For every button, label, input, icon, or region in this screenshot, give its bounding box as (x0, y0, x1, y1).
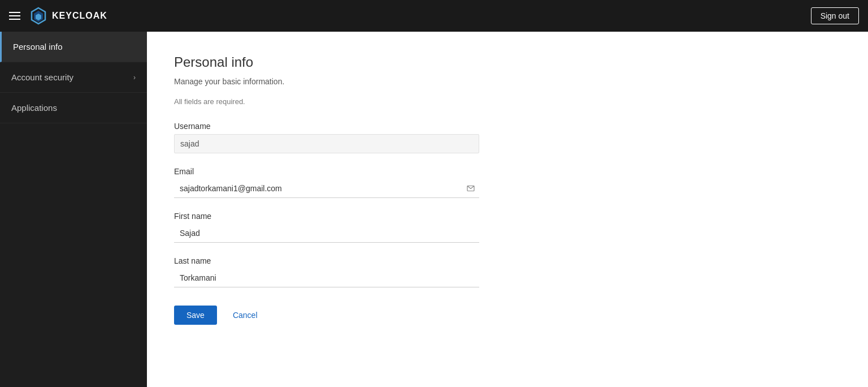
email-input[interactable] (174, 179, 479, 198)
logo-text: KEYCLOAK (52, 11, 107, 21)
firstname-label: First name (174, 212, 841, 221)
chevron-right-icon: › (133, 74, 136, 81)
sidebar-item-label: Account security (11, 72, 73, 82)
firstname-input[interactable] (174, 224, 479, 243)
username-group: Username (174, 122, 841, 153)
sign-out-button[interactable]: Sign out (811, 7, 859, 24)
form-actions: Save Cancel (174, 306, 841, 325)
sidebar-item-personal-info[interactable]: Personal info (0, 32, 147, 62)
lastname-group: Last name (174, 256, 841, 287)
username-label: Username (174, 122, 841, 131)
sidebar-item-applications[interactable]: Applications (0, 93, 147, 123)
save-button[interactable]: Save (174, 306, 217, 325)
firstname-group: First name (174, 212, 841, 243)
cancel-button[interactable]: Cancel (226, 306, 264, 325)
main-content: Personal info Manage your basic informat… (147, 32, 868, 387)
email-group: Email (174, 167, 841, 198)
email-icon (467, 184, 475, 194)
sidebar-item-label: Personal info (13, 42, 63, 51)
navbar-left: KEYCLOAK (9, 7, 107, 25)
sidebar-item-account-security[interactable]: Account security › (0, 62, 147, 93)
email-label: Email (174, 167, 841, 176)
personal-info-form: Username Email First nam (174, 122, 841, 325)
navbar: KEYCLOAK Sign out (0, 0, 868, 32)
required-note: All fields are required. (174, 97, 841, 106)
layout: Personal info Account security › Applica… (0, 32, 868, 387)
hamburger-button[interactable] (9, 12, 20, 20)
keycloak-logo-icon (29, 7, 47, 25)
page-title: Personal info (174, 54, 841, 70)
sidebar-item-label: Applications (11, 103, 57, 113)
email-wrapper (174, 179, 479, 198)
sidebar: Personal info Account security › Applica… (0, 32, 147, 387)
logo: KEYCLOAK (29, 7, 107, 25)
lastname-label: Last name (174, 256, 841, 265)
page-subtitle: Manage your basic information. (174, 77, 841, 86)
username-input (174, 134, 479, 153)
lastname-input[interactable] (174, 269, 479, 287)
